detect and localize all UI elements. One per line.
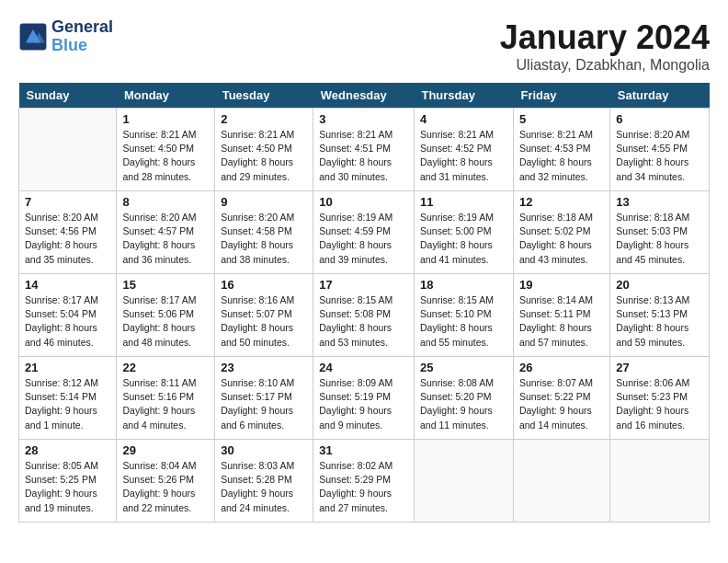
day-number: 16 [221,278,307,292]
day-info: Sunrise: 8:08 AMSunset: 5:20 PMDaylight:… [420,376,507,432]
day-header-tuesday: Tuesday [215,83,313,109]
day-number: 23 [221,361,307,374]
day-number: 17 [319,278,408,292]
day-info: Sunrise: 8:21 AMSunset: 4:50 PMDaylight:… [122,128,209,184]
day-cell: 26Sunrise: 8:07 AMSunset: 5:22 PMDayligh… [513,357,609,440]
day-number: 18 [420,278,507,292]
day-info: Sunrise: 8:13 AMSunset: 5:13 PMDaylight:… [616,293,703,350]
day-cell: 24Sunrise: 8:09 AMSunset: 5:19 PMDayligh… [313,357,415,440]
day-number: 8 [122,195,209,209]
day-number: 10 [319,195,408,209]
day-cell: 28Sunrise: 8:05 AMSunset: 5:25 PMDayligh… [19,440,117,523]
day-number: 28 [25,443,110,457]
week-row-5: 28Sunrise: 8:05 AMSunset: 5:25 PMDayligh… [19,440,710,523]
day-info: Sunrise: 8:20 AMSunset: 4:56 PMDaylight:… [25,211,110,267]
day-info: Sunrise: 8:18 AMSunset: 5:02 PMDaylight:… [519,211,604,267]
day-info: Sunrise: 8:09 AMSunset: 5:19 PMDaylight:… [319,376,408,432]
day-info: Sunrise: 8:11 AMSunset: 5:16 PMDaylight:… [122,376,209,432]
day-cell: 22Sunrise: 8:11 AMSunset: 5:16 PMDayligh… [117,357,215,440]
day-number: 30 [221,443,307,457]
day-cell: 13Sunrise: 8:18 AMSunset: 5:03 PMDayligh… [610,191,710,274]
day-cell: 5Sunrise: 8:21 AMSunset: 4:53 PMDaylight… [513,109,609,191]
week-row-1: 1Sunrise: 8:21 AMSunset: 4:50 PMDaylight… [19,109,710,191]
day-info: Sunrise: 8:17 AMSunset: 5:04 PMDaylight:… [25,293,110,350]
day-info: Sunrise: 8:21 AMSunset: 4:52 PMDaylight:… [420,128,507,184]
page-header: General Blue January 2024 Uliastay, Dzab… [18,18,710,74]
day-number: 21 [25,361,110,374]
day-info: Sunrise: 8:20 AMSunset: 4:58 PMDaylight:… [221,211,307,267]
day-info: Sunrise: 8:18 AMSunset: 5:03 PMDaylight:… [616,211,703,267]
day-number: 3 [319,112,408,126]
day-cell: 1Sunrise: 8:21 AMSunset: 4:50 PMDaylight… [117,109,215,191]
day-cell: 10Sunrise: 8:19 AMSunset: 4:59 PMDayligh… [313,191,415,274]
day-info: Sunrise: 8:12 AMSunset: 5:14 PMDaylight:… [25,376,110,432]
day-number: 15 [122,278,209,292]
day-number: 29 [122,443,209,457]
day-info: Sunrise: 8:21 AMSunset: 4:50 PMDaylight:… [221,128,307,184]
day-cell: 14Sunrise: 8:17 AMSunset: 5:04 PMDayligh… [19,274,117,357]
day-cell: 23Sunrise: 8:10 AMSunset: 5:17 PMDayligh… [215,357,313,440]
day-cell: 7Sunrise: 8:20 AMSunset: 4:56 PMDaylight… [19,191,117,274]
day-info: Sunrise: 8:15 AMSunset: 5:08 PMDaylight:… [319,293,408,350]
day-cell: 8Sunrise: 8:20 AMSunset: 4:57 PMDaylight… [117,191,215,274]
day-number: 6 [616,112,703,126]
day-number: 2 [221,112,307,126]
day-cell: 9Sunrise: 8:20 AMSunset: 4:58 PMDaylight… [215,191,313,274]
logo-icon [18,22,48,52]
week-row-2: 7Sunrise: 8:20 AMSunset: 4:56 PMDaylight… [19,191,710,274]
calendar-table: SundayMondayTuesdayWednesdayThursdayFrid… [18,83,710,523]
day-info: Sunrise: 8:21 AMSunset: 4:51 PMDaylight:… [319,128,408,184]
calendar-header-row: SundayMondayTuesdayWednesdayThursdayFrid… [19,83,710,109]
day-info: Sunrise: 8:07 AMSunset: 5:22 PMDaylight:… [519,376,604,432]
day-cell: 17Sunrise: 8:15 AMSunset: 5:08 PMDayligh… [313,274,415,357]
day-info: Sunrise: 8:10 AMSunset: 5:17 PMDaylight:… [221,376,307,432]
day-info: Sunrise: 8:05 AMSunset: 5:25 PMDaylight:… [25,459,110,515]
day-cell: 16Sunrise: 8:16 AMSunset: 5:07 PMDayligh… [215,274,313,357]
day-cell: 21Sunrise: 8:12 AMSunset: 5:14 PMDayligh… [19,357,117,440]
day-number: 9 [221,195,307,209]
day-info: Sunrise: 8:16 AMSunset: 5:07 PMDaylight:… [221,293,307,350]
day-header-saturday: Saturday [610,83,710,109]
day-cell: 27Sunrise: 8:06 AMSunset: 5:23 PMDayligh… [610,357,710,440]
day-info: Sunrise: 8:19 AMSunset: 4:59 PMDaylight:… [319,211,408,267]
day-cell: 25Sunrise: 8:08 AMSunset: 5:20 PMDayligh… [414,357,513,440]
day-cell [19,109,117,191]
day-cell: 3Sunrise: 8:21 AMSunset: 4:51 PMDaylight… [313,109,415,191]
week-row-4: 21Sunrise: 8:12 AMSunset: 5:14 PMDayligh… [19,357,710,440]
day-info: Sunrise: 8:06 AMSunset: 5:23 PMDaylight:… [616,376,703,432]
day-header-wednesday: Wednesday [313,83,415,109]
day-cell: 4Sunrise: 8:21 AMSunset: 4:52 PMDaylight… [414,109,513,191]
day-number: 22 [122,361,209,374]
day-number: 13 [616,195,703,209]
day-cell: 15Sunrise: 8:17 AMSunset: 5:06 PMDayligh… [117,274,215,357]
day-cell: 2Sunrise: 8:21 AMSunset: 4:50 PMDaylight… [215,109,313,191]
day-cell: 19Sunrise: 8:14 AMSunset: 5:11 PMDayligh… [513,274,609,357]
day-number: 12 [519,195,604,209]
day-info: Sunrise: 8:19 AMSunset: 5:00 PMDaylight:… [420,211,507,267]
location-title: Uliastay, Dzabkhan, Mongolia [500,57,710,74]
title-block: January 2024 Uliastay, Dzabkhan, Mongoli… [500,18,710,74]
logo-text: General Blue [51,18,113,55]
day-number: 5 [519,112,604,126]
day-info: Sunrise: 8:02 AMSunset: 5:29 PMDaylight:… [319,459,408,515]
day-cell: 6Sunrise: 8:20 AMSunset: 4:55 PMDaylight… [610,109,710,191]
day-header-monday: Monday [117,83,215,109]
day-info: Sunrise: 8:15 AMSunset: 5:10 PMDaylight:… [420,293,507,350]
day-info: Sunrise: 8:14 AMSunset: 5:11 PMDaylight:… [519,293,604,350]
day-info: Sunrise: 8:20 AMSunset: 4:57 PMDaylight:… [122,211,209,267]
day-number: 11 [420,195,507,209]
day-cell [610,440,710,523]
day-cell: 18Sunrise: 8:15 AMSunset: 5:10 PMDayligh… [414,274,513,357]
day-info: Sunrise: 8:21 AMSunset: 4:53 PMDaylight:… [519,128,604,184]
day-number: 31 [319,443,408,457]
day-cell: 29Sunrise: 8:04 AMSunset: 5:26 PMDayligh… [117,440,215,523]
day-number: 1 [122,112,209,126]
day-number: 25 [420,361,507,374]
day-cell: 30Sunrise: 8:03 AMSunset: 5:28 PMDayligh… [215,440,313,523]
day-header-sunday: Sunday [19,83,117,109]
day-number: 20 [616,278,703,292]
day-cell: 12Sunrise: 8:18 AMSunset: 5:02 PMDayligh… [513,191,609,274]
day-info: Sunrise: 8:20 AMSunset: 4:55 PMDaylight:… [616,128,703,184]
day-number: 4 [420,112,507,126]
week-row-3: 14Sunrise: 8:17 AMSunset: 5:04 PMDayligh… [19,274,710,357]
